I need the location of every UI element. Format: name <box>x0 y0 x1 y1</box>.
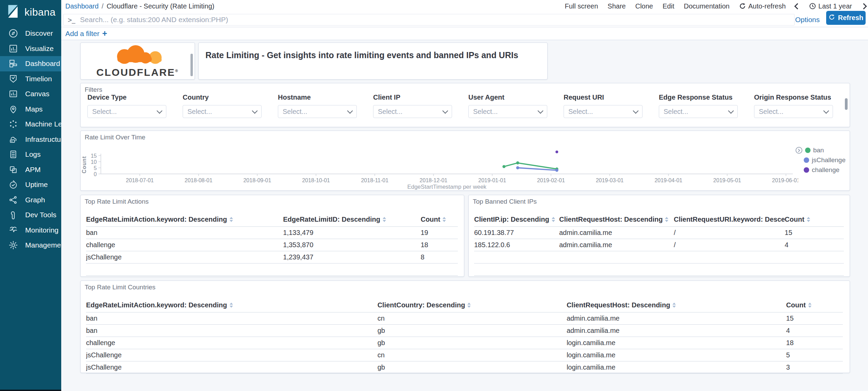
sidebar-item-apm[interactable]: APM <box>0 162 61 177</box>
table-cell: 1,133,479 <box>283 227 420 239</box>
sidebar-item-graph[interactable]: Graph <box>0 192 61 208</box>
filter-select-country[interactable]: Select... <box>183 105 262 118</box>
table-cell: ban <box>86 325 378 337</box>
svg-text:2019-05-01: 2019-05-01 <box>713 177 741 183</box>
sidebar-item-machine-le[interactable]: Machine Le... <box>0 117 61 132</box>
menu-item-full-screen[interactable]: Full screen <box>565 2 598 10</box>
table-cell: 5 <box>786 349 843 361</box>
sidebar-item-logs[interactable]: Logs <box>0 147 61 162</box>
sidebar-item-label: Dashboard <box>25 60 60 68</box>
sidebar-item-canvas[interactable]: Canvas <box>0 86 61 102</box>
select-placeholder: Select... <box>473 108 498 116</box>
table-cell: 1,239,437 <box>283 251 420 264</box>
legend-toggle-icon[interactable] <box>796 147 802 154</box>
time-range-picker[interactable]: Last 1 year <box>809 2 852 10</box>
table-cell: login.camilia.me <box>567 349 786 361</box>
filter-select-edge-response-status[interactable]: Select... <box>659 105 738 118</box>
column-header-edgeratelimitaction-keyword-descending[interactable]: EdgeRateLimitAction.keyword: Descending <box>86 300 378 312</box>
legend-item-ban[interactable]: ban <box>796 147 846 154</box>
legend-item-jschallenge[interactable]: jsChallenge <box>796 156 846 164</box>
legend-item-challenge[interactable]: challenge <box>796 166 846 174</box>
table-row: jsChallenge1,239,4378 <box>86 251 458 264</box>
filter-select-client-ip[interactable]: Select... <box>373 105 452 118</box>
breadcrumb: Dashboard / Cloudflare - Security (Rate … <box>65 2 214 10</box>
select-placeholder: Select... <box>664 108 688 116</box>
dashboard-content: CLOUDFLARE® Rate Limiting - Get insights… <box>61 40 868 391</box>
column-header-label: ClientIP.ip: Descending <box>474 216 549 223</box>
column-header-edgeratelimitid-descending[interactable]: EdgeRateLimitID: Descending <box>283 214 420 227</box>
svg-text:2019-04-01: 2019-04-01 <box>654 177 682 183</box>
select-placeholder: Select... <box>92 108 117 116</box>
refresh-button[interactable]: Refresh <box>826 11 866 25</box>
sidebar-item-monitoring[interactable]: Monitoring <box>0 223 61 238</box>
menu-item-clone[interactable]: Clone <box>635 2 653 10</box>
table-empty-row <box>86 264 458 276</box>
plus-icon: + <box>102 29 107 38</box>
sort-icon <box>230 217 233 222</box>
column-header-count[interactable]: Count <box>785 214 844 227</box>
search-input[interactable] <box>79 15 790 24</box>
graph-nodes-icon <box>8 195 18 205</box>
table-cell: admin.camilia.me <box>559 227 674 239</box>
filters-panel-scrollbar[interactable] <box>845 98 848 110</box>
top-menu-items: Full screenShareCloneEditDocumentation <box>565 2 730 10</box>
sidebar-item-label: Uptime <box>25 181 48 189</box>
time-forward-chevron-icon[interactable] <box>861 3 867 9</box>
column-header-count[interactable]: Count <box>421 214 458 227</box>
time-back-chevron-icon[interactable] <box>794 3 800 9</box>
breadcrumb-link-dashboard[interactable]: Dashboard <box>65 2 99 10</box>
sort-icon <box>230 303 233 308</box>
filter-select-user-agent[interactable]: Select... <box>468 105 547 118</box>
logo-panel-scrollbar[interactable] <box>190 54 193 76</box>
top-bar: Dashboard / Cloudflare - Security (Rate … <box>61 0 868 12</box>
table-empty-row <box>474 264 844 276</box>
table-cell: 4 <box>786 325 843 337</box>
sidebar-nav: DiscoverVisualizeDashboardTimelionCanvas… <box>0 26 61 253</box>
table-header-row: ClientIP.ip: DescendingClientRequestHost… <box>474 214 844 227</box>
options-link[interactable]: Options <box>795 12 820 27</box>
filter-label: Origin Response Status <box>754 94 833 101</box>
column-header-count[interactable]: Count <box>786 300 843 312</box>
chart-legend: banjsChallengechallenge <box>796 147 846 174</box>
sort-icon <box>467 303 471 308</box>
rate-limit-actions-table: EdgeRateLimitAction.keyword: DescendingE… <box>86 214 458 276</box>
menu-item-share[interactable]: Share <box>607 2 625 10</box>
sort-icon <box>552 217 555 222</box>
table-cell: 15 <box>785 227 844 239</box>
filter-label: Client IP <box>373 94 452 101</box>
filter-fields: Device TypeSelect...CountrySelect...Host… <box>87 94 849 118</box>
column-header-clientip-ip-descending[interactable]: ClientIP.ip: Descending <box>474 214 559 227</box>
table-cell: jsChallenge <box>86 361 378 374</box>
sidebar-item-discover[interactable]: Discover <box>0 26 61 41</box>
rate-limit-countries-table: EdgeRateLimitAction.keyword: DescendingC… <box>86 300 843 374</box>
sort-icon <box>807 217 810 222</box>
sidebar-item-timelion[interactable]: Timelion <box>0 71 61 87</box>
sidebar-item-label: Maps <box>25 105 43 113</box>
sidebar-item-infrastructure[interactable]: Infrastructure <box>0 132 61 147</box>
filter-select-request-uri[interactable]: Select... <box>564 105 642 118</box>
add-filter-button[interactable]: Add a filter + <box>65 29 107 38</box>
filter-select-hostname[interactable]: Select... <box>278 105 357 118</box>
sidebar-item-visualize[interactable]: Visualize <box>0 41 61 56</box>
table-cell: jsChallenge <box>86 251 283 264</box>
menu-item-documentation[interactable]: Documentation <box>684 2 730 10</box>
sidebar-item-uptime[interactable]: Uptime <box>0 177 61 192</box>
column-header-clientrequesturi-keyword-descending[interactable]: ClientRequestURI.keyword: Descending <box>674 214 785 227</box>
sidebar-item-maps[interactable]: Maps <box>0 102 61 117</box>
legend-color-dot <box>805 148 811 153</box>
sidebar-item-dev-tools[interactable]: Dev Tools <box>0 207 61 223</box>
column-header-edgeratelimitaction-keyword-descending[interactable]: EdgeRateLimitAction.keyword: Descending <box>86 214 283 227</box>
column-header-clientcountry-descending[interactable]: ClientCountry: Descending <box>378 300 567 312</box>
filter-select-device-type[interactable]: Select... <box>87 105 166 118</box>
kibana-logo[interactable]: kibana <box>5 4 55 20</box>
menu-item-edit[interactable]: Edit <box>663 2 674 10</box>
sidebar-item-dashboard[interactable]: Dashboard <box>0 56 61 71</box>
filter-select-origin-response-status[interactable]: Select... <box>754 105 833 118</box>
page-title: Cloudflare - Security (Rate Limiting) <box>106 2 214 10</box>
auto-refresh-button[interactable]: Auto-refresh <box>739 2 786 10</box>
column-header-clientrequesthost-descending[interactable]: ClientRequestHost: Descending <box>567 300 786 312</box>
filter-field-device-type: Device TypeSelect... <box>87 94 166 118</box>
table-cell: 18 <box>786 337 843 349</box>
sidebar-item-management[interactable]: Management <box>0 238 61 253</box>
column-header-clientrequesthost-descending[interactable]: ClientRequestHost: Descending <box>559 214 674 227</box>
